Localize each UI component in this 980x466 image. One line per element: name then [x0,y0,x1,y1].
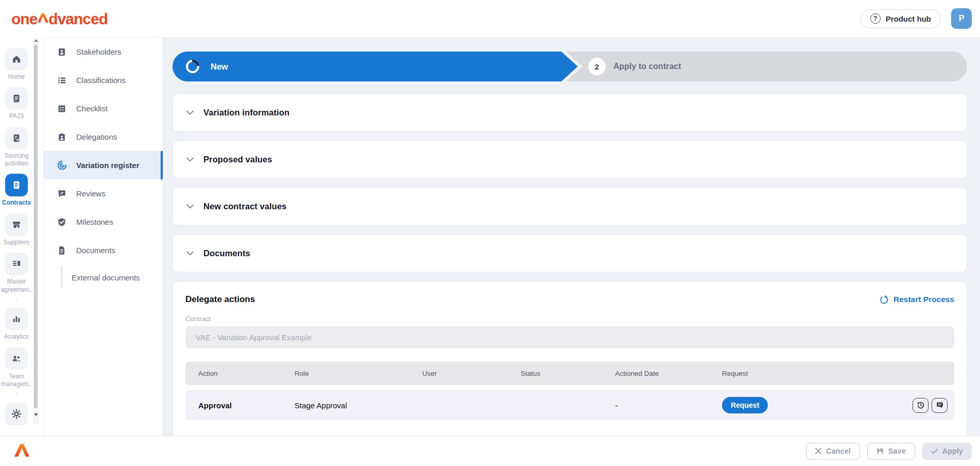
cell-role: Stage Approval [295,401,422,410]
avatar-initial: P [959,14,965,23]
contract-field-label: Contract [185,315,954,323]
rail-item-master-agreements[interactable]: Master agreemen... [1,253,32,302]
comment-button[interactable] [932,398,948,413]
history-icon [917,401,925,409]
history-button[interactable] [913,398,929,413]
help-question-icon: ? [870,13,881,24]
step-number-badge: 2 [588,58,606,75]
rail-item-home[interactable]: Home [1,48,32,81]
file-icon [56,245,67,256]
bar-chart-icon [5,308,28,330]
cell-request: Request [722,397,954,413]
oneadvanced-logo: onedvanced [11,11,108,27]
chevron-down-icon [186,110,194,115]
rail-item-sourcing-activities[interactable]: Sourcing activities [1,127,32,168]
sidebar-item-external-documents[interactable]: External documents [44,264,163,290]
brand-caret-icon [38,11,48,26]
delegate-actions-title: Delegate actions [185,294,255,305]
delegate-actions-table: Action Role User Status Actioned Date Re… [185,362,954,420]
rail-item-pa23[interactable]: PA23 [1,87,32,120]
scrollbar-thumb[interactable] [34,45,38,408]
id-badge-icon [56,132,67,142]
sidebar-item-stakeholders[interactable]: Stakeholders [44,38,163,66]
restart-icon [879,295,889,305]
cancel-button[interactable]: Cancel [806,443,860,460]
section-title: New contract values [203,202,286,211]
top-header: onedvanced ? Product hub P [0,0,980,37]
left-navigation-region: Home PA23 Sourcing activities Contracts [0,37,163,466]
gear-icon [5,403,28,425]
contract-document-icon [5,174,28,196]
column-header-action: Action [185,370,295,377]
variation-spiral-icon [56,160,67,171]
sidebar-item-classifications[interactable]: Classifications [44,66,163,94]
step-apply-to-contract[interactable]: 2 Apply to contract [588,52,681,81]
column-header-actioned-date: Actioned Date [615,370,723,377]
chevron-down-icon [186,204,194,209]
rail-item-suppliers[interactable]: Suppliers [1,213,32,246]
home-icon [5,48,28,71]
sidebar-item-variation-register[interactable]: Variation register [44,151,163,179]
row-actions [913,398,948,413]
document-icon [5,87,28,110]
comment-icon [936,401,944,409]
badge-person-icon [56,47,67,57]
sidebar-item-documents[interactable]: Documents [44,236,163,264]
rail-scrollbar[interactable] [33,37,39,424]
header-actions: ? Product hub P [861,8,975,29]
section-documents[interactable]: Documents [173,235,967,272]
workflow-stepper: New 2 Apply to contract [173,52,967,81]
people-icon [5,347,28,370]
restart-process-link[interactable]: Restart Process [879,295,954,305]
section-proposed-values[interactable]: Proposed values [173,141,967,178]
sidebar-item-delegations[interactable]: Delegations [44,123,163,151]
step-current-label: New [211,62,228,72]
rail-item-contracts[interactable]: Contracts [1,174,32,207]
checklist-icon [56,104,67,114]
scrollbar-up-arrow[interactable] [34,39,38,42]
save-floppy-icon [876,447,884,455]
step-next-label: Apply to contract [613,62,681,71]
rail-item-configure[interactable]: Configure [1,403,32,425]
table-row: Approval Stage Approval - Request [185,390,954,420]
section-variation-information[interactable]: Variation information [173,94,967,131]
section-title: Documents [203,248,250,258]
column-header-request: Request [722,370,954,377]
close-icon [815,448,821,454]
column-header-role: Role [295,370,422,377]
app-icon-rail: Home PA23 Sourcing activities Contracts [0,37,33,425]
logo-text-dvanced: dvanced [48,11,108,27]
cell-actioned-date: - [615,401,723,410]
shield-check-icon [56,217,67,227]
rail-item-analytics[interactable]: Analytics [1,308,32,341]
apply-button[interactable]: Apply [922,443,972,460]
document-check-icon [5,127,28,149]
progress-spinner-icon [183,57,202,76]
save-button[interactable]: Save [867,443,915,460]
list-block-icon [5,253,28,275]
sidebar-item-reviews[interactable]: Reviews [44,179,163,208]
action-bar: Cancel Save Apply [0,436,980,466]
advanced-caret-logo [14,444,29,459]
main-content: New 2 Apply to contract Variation inform… [163,37,980,436]
logo-text-one: one [11,11,37,27]
contract-field-value[interactable]: VAE - Variation Approval Example [185,326,954,348]
sidebar-item-checklist[interactable]: Checklist [44,94,163,123]
chevron-down-icon [186,157,194,162]
cell-action: Approval [185,401,295,410]
request-button[interactable]: Request [722,397,768,413]
section-title: Proposed values [203,155,272,164]
check-icon [931,448,938,454]
chevron-down-icon [186,251,194,256]
scrollbar-down-arrow[interactable] [34,413,38,416]
section-new-contract-values[interactable]: New contract values [173,188,967,225]
user-avatar[interactable]: P [951,8,972,29]
column-header-user: User [422,370,521,377]
rail-item-team-management[interactable]: Team managem... [1,347,32,396]
product-hub-button[interactable]: ? Product hub [861,9,941,28]
sidebar-item-milestones[interactable]: Milestones [44,208,163,236]
table-header-row: Action Role User Status Actioned Date Re… [185,362,954,385]
list-icon [56,75,67,86]
product-hub-label: Product hub [886,14,931,23]
step-current-new[interactable]: New [173,52,578,81]
